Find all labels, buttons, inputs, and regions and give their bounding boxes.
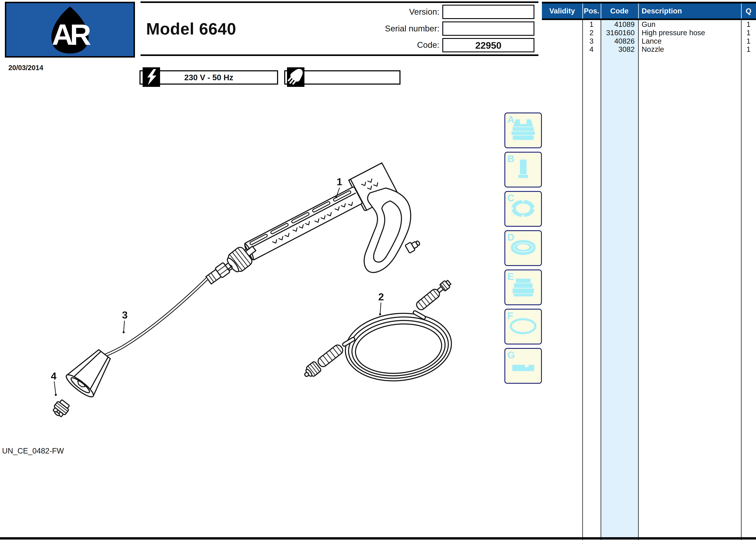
callout-4: 4: [51, 370, 56, 382]
hose-drawing: [301, 279, 455, 386]
catalog-page: AR 20/03/2014 Model 6640 Version: Serial…: [0, 0, 756, 540]
lance-drawing: [64, 260, 233, 400]
gun-drawing: [221, 163, 421, 278]
callout-2: 2: [378, 291, 384, 303]
page-bottom-rule: [0, 537, 756, 539]
callout-3: 3: [122, 309, 128, 321]
callout-1: 1: [337, 176, 342, 187]
drawing-reference-code: UN_CE_0482-FW: [2, 447, 64, 455]
nozzle-drawing: [51, 398, 71, 419]
exploded-parts-diagram: 1 2 3 4: [0, 0, 756, 540]
